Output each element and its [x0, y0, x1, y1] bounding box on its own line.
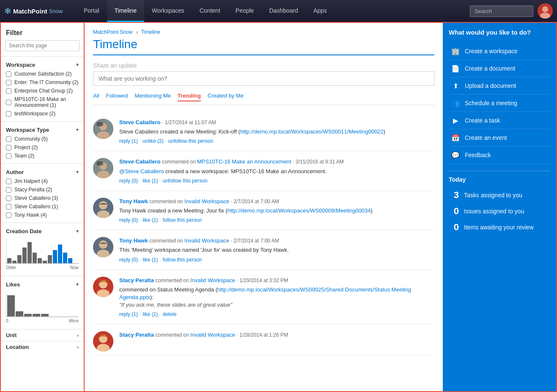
tab-trending[interactable]: Trending — [178, 93, 201, 101]
feed-unfollow-1[interactable]: unfollow this person — [168, 138, 213, 144]
location-filter-header[interactable]: Location › — [1, 341, 84, 353]
user-avatar[interactable] — [538, 3, 553, 19]
feed-like-2[interactable]: like (1) — [143, 178, 158, 184]
today-reviews[interactable]: 0 Items awaiting your review — [449, 219, 550, 235]
feed-reply-2[interactable]: reply (0) — [119, 178, 138, 184]
list-item[interactable]: Customer Satisfaction (2) — [1, 70, 84, 78]
feed-author-1[interactable]: Steve Caballero — [119, 119, 161, 125]
feed-link-5[interactable]: http://demo.mp.local/Workspaces/WS00025/… — [119, 286, 411, 300]
list-item[interactable]: MPS10TC-16 Make an Announcement (1) — [1, 95, 84, 109]
feed-actions-5: reply (1) · like (1) · delete — [119, 311, 434, 317]
nav-portal[interactable]: Portal — [76, 0, 107, 22]
type-checkbox-2[interactable] — [6, 145, 11, 150]
feed-like-4[interactable]: like (1) — [143, 257, 158, 263]
nav-timeline[interactable]: Timeline — [107, 0, 144, 22]
tab-mentioning-me[interactable]: Mentioning Me — [134, 93, 170, 101]
workspace-checkbox-5[interactable] — [6, 111, 11, 117]
feed-reply-1[interactable]: reply (1) — [119, 138, 138, 144]
action-upload-document[interactable]: ⬆ Upload a document — [449, 77, 550, 95]
workspace-filter-header[interactable]: Workspace ▾ — [1, 60, 84, 70]
action-feedback[interactable]: 💬 Feedback — [449, 147, 550, 164]
feed-delete-5[interactable]: delete — [163, 311, 177, 317]
feed-author-5[interactable]: Stacy Peralta — [119, 277, 154, 283]
today-section: Today 3 Tasks assigned to you 0 Issues a… — [449, 171, 550, 235]
today-issues[interactable]: 0 Issues assigned to you — [449, 203, 550, 219]
author-checkbox-1[interactable] — [6, 179, 11, 184]
tab-all[interactable]: All — [93, 93, 99, 101]
likes-chart[interactable]: 0 More — [1, 289, 84, 326]
author-checkbox-5[interactable] — [6, 212, 11, 218]
unit-filter-header[interactable]: Unit › — [1, 329, 84, 341]
feed-workspace-3[interactable]: Invalid Workspace — [184, 198, 229, 204]
nav-content[interactable]: Content — [192, 0, 228, 22]
author-filter-header[interactable]: Author ▾ — [1, 167, 84, 177]
avatar-steve-1 — [93, 119, 113, 139]
feed-follow-3[interactable]: follow this person — [163, 217, 202, 223]
author-checkbox-3[interactable] — [6, 196, 11, 201]
creation-date-filter-header[interactable]: Creation Date ▾ — [1, 226, 84, 236]
action-create-event[interactable]: 📅 Create an event — [449, 129, 550, 147]
feed-author-3[interactable]: Tony Hawk — [119, 198, 148, 204]
feed-reply-4[interactable]: reply (0) — [119, 257, 138, 263]
author-checkbox-4[interactable] — [6, 204, 11, 210]
type-checkbox-3[interactable] — [6, 153, 11, 159]
feed-like-3[interactable]: like (1) — [143, 217, 158, 223]
create-event-icon: 📅 — [450, 133, 461, 143]
feed-mention-2[interactable]: @Steve Caballero — [119, 168, 164, 174]
list-item[interactable]: Steve Caballero (3) — [1, 194, 84, 202]
workspace-checkbox-3[interactable] — [6, 88, 11, 94]
author-filter-label: Author — [6, 169, 24, 175]
workspace-checkbox-4[interactable] — [6, 100, 11, 105]
likes-filter-header[interactable]: Likes ▾ — [1, 280, 84, 289]
tab-created-by-me[interactable]: Created by Me — [208, 93, 244, 101]
action-schedule-meeting[interactable]: 👥 Schedule a meeting — [449, 95, 550, 112]
action-create-workspace[interactable]: 🏢 Create a workspace — [449, 43, 550, 60]
feed-workspace-5[interactable]: Invalid Workspace — [190, 277, 235, 283]
workspace-checkbox-2[interactable] — [6, 80, 11, 85]
nav-people[interactable]: People — [228, 0, 262, 22]
list-item[interactable]: Community (5) — [1, 135, 84, 143]
feed-reply-5[interactable]: reply (1) — [119, 311, 138, 317]
feed-author-6[interactable]: Stacy Peralta — [119, 332, 154, 338]
feed-author-2[interactable]: Steve Caballero — [119, 158, 161, 165]
workspace-checkbox-1[interactable] — [6, 71, 11, 77]
list-item[interactable]: Steve Caballero (1) — [1, 202, 84, 211]
feed-workspace-2[interactable]: MPS10TC-16 Make an Announcement — [197, 158, 291, 165]
list-item[interactable]: Project (2) — [1, 143, 84, 152]
search-input[interactable] — [470, 5, 533, 17]
feed-workspace-4[interactable]: Invalid Workspace — [184, 237, 229, 244]
author-checkbox-2[interactable] — [6, 187, 11, 193]
list-item[interactable]: Tony Hawk (4) — [1, 211, 84, 219]
breadcrumb-root[interactable]: MatchPoint Snow — [93, 29, 132, 35]
list-item[interactable]: Stacy Peralta (2) — [1, 185, 84, 194]
action-create-document[interactable]: 📄 Create a document — [449, 60, 550, 77]
list-item[interactable]: Team (2) — [1, 152, 84, 160]
feed-unlike-1[interactable]: unlike (2) — [143, 138, 163, 144]
creation-date-chart[interactable]: Older Now — [1, 236, 84, 272]
action-create-task[interactable]: ▶ Create a task — [449, 112, 550, 129]
feed-like-5[interactable]: like (1) — [143, 311, 158, 317]
nav-apps[interactable]: Apps — [306, 0, 335, 22]
today-tasks[interactable]: 3 Tasks assigned to you — [449, 187, 550, 203]
feed-link-1[interactable]: http://demo.mp.local/Workspaces/WS00011/… — [240, 128, 384, 135]
type-checkbox-1[interactable] — [6, 136, 11, 142]
feed-link-3[interactable]: http://demo.mp.local/Workspaces/WS00009/… — [228, 207, 371, 214]
filter-sidebar: Filter Workspace ▾ Customer Satisfaction… — [0, 22, 85, 392]
app-logo[interactable]: ❄ MatchPoint Snow — [4, 6, 72, 16]
feed-reply-3[interactable]: reply (0) — [119, 217, 138, 223]
nav-workspaces[interactable]: Workspaces — [144, 0, 192, 22]
share-input[interactable] — [93, 71, 434, 86]
nav-dashboard[interactable]: Dashboard — [261, 0, 306, 22]
likes-bar — [7, 295, 15, 316]
list-item[interactable]: Enter: The IT Community (2) — [1, 78, 84, 87]
list-item[interactable]: testWorkspace (2) — [1, 109, 84, 118]
workspace-type-filter-header[interactable]: Workspace Type ▾ — [1, 125, 84, 135]
list-item[interactable]: Enterprise Chat Group (2) — [1, 87, 84, 95]
feed-unfollow-2[interactable]: unfollow this person — [163, 178, 208, 184]
feed-workspace-6[interactable]: Invalid Workspace — [190, 332, 235, 338]
feed-follow-4[interactable]: follow this person — [163, 257, 202, 263]
tab-followed[interactable]: Followed — [106, 93, 128, 101]
feed-author-4[interactable]: Tony Hawk — [119, 237, 148, 244]
list-item[interactable]: Jim Halpert (4) — [1, 177, 84, 185]
sidebar-search-input[interactable] — [5, 40, 80, 51]
